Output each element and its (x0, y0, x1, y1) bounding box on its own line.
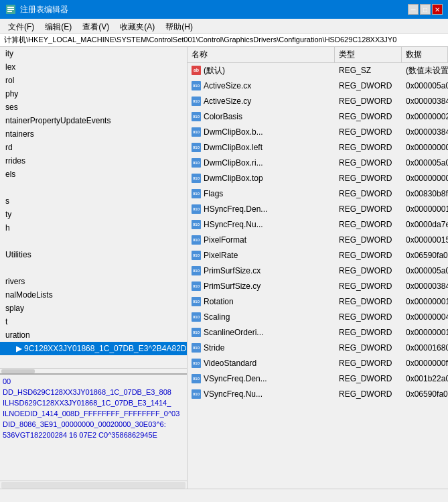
table-row[interactable]: 010RotationREG_DWORD0x00000001 (1) (188, 294, 448, 310)
table-row[interactable]: 010PixelRateREG_DWORD0x06590fa0 (1065000… (188, 248, 448, 263)
row-data: 0x00000000 (0) (402, 140, 448, 155)
left-side: itylexrolphysesntainerPropertyUpdateEven… (0, 47, 188, 489)
table-row[interactable]: 010DwmClipBox.b...REG_DWORD0x00000384 (9… (188, 125, 448, 140)
table-row[interactable]: 010FlagsREG_DWORD0x00830b8f (8588175) (188, 186, 448, 202)
row-name: DwmClipBox.b... (204, 126, 263, 138)
table-row[interactable]: 010PrimSurfSize.cxREG_DWORD0x000005a0 (1… (188, 263, 448, 279)
table-row[interactable]: 010HSyncFreq.Nu...REG_DWORD0x0000da7e (5… (188, 217, 448, 233)
tree-item[interactable]: ses (0, 101, 187, 114)
bottom-text-line[interactable]: DID_8086_3E91_00000000_00020000_30E03^6: (3, 419, 184, 430)
tree-item[interactable]: ntainerPropertyUpdateEvents (0, 114, 187, 127)
tree-item[interactable]: uration (0, 328, 187, 342)
row-name: PixelFormat (204, 234, 246, 246)
menu-view[interactable]: 查看(V) (77, 20, 115, 32)
title-bar: 注册表编辑器 ─ □ ✕ (0, 0, 448, 19)
tree-item[interactable] (0, 261, 187, 275)
row-name: (默认) (204, 64, 225, 76)
row-type: REG_DWORD (335, 340, 402, 355)
row-type: REG_DWORD (335, 125, 402, 139)
left-hscroll[interactable] (0, 368, 187, 373)
tree-item[interactable] (0, 235, 187, 248)
row-type: REG_DWORD (335, 94, 402, 109)
menu-favorites[interactable]: 收藏夹(A) (115, 20, 160, 32)
table-row[interactable]: 010ActiveSize.cyREG_DWORD0x00000384 (900… (188, 94, 448, 109)
table-row[interactable]: 010ScanlineOrderi...REG_DWORD0x00000001 … (188, 325, 448, 340)
dword-icon: 010 (192, 266, 201, 275)
row-data: 0x00000384 (900) (402, 94, 448, 109)
table-row[interactable]: 010DwmClipBox.leftREG_DWORD0x00000000 (0… (188, 140, 448, 155)
bottom-text-line[interactable]: ILHSD629C128XX3JY01868_1C_07DB_E3_1414_ (3, 397, 184, 408)
row-type: REG_DWORD (335, 248, 402, 263)
table-row[interactable]: 010ScalingREG_DWORD0x00000004 (4) (188, 310, 448, 325)
minimize-button[interactable]: ─ (408, 4, 419, 15)
bottom-text-line[interactable]: 536VGT182200284 16 07E2 C0^3586862945E (3, 430, 184, 440)
row-data: 0x00000001 (1) (402, 325, 448, 340)
row-name: Stride (204, 342, 224, 354)
tree-item[interactable]: rrides (0, 154, 187, 168)
table-row[interactable]: 010DwmClipBox.ri...REG_DWORD0x000005a0 (… (188, 155, 448, 171)
dword-icon: 010 (192, 158, 201, 168)
row-name: VideoStandard (204, 357, 256, 369)
table-row[interactable]: ab(默认)REG_SZ(数值未设置) (188, 63, 448, 78)
row-data: 0x06590fa0 (10650000 (402, 387, 448, 401)
table-row[interactable]: 010PrimSurfSize.cyREG_DWORD0x00000384 (9… (188, 279, 448, 294)
table-row[interactable]: 010VSyncFreq.Nu...REG_DWORD0x06590fa0 (1… (188, 387, 448, 402)
dword-icon: 010 (192, 81, 201, 90)
row-data: 0x000005a0 (1440) (402, 155, 448, 170)
tree-item[interactable]: h (0, 221, 187, 235)
table-row[interactable]: 010ColorBasisREG_DWORD0x00000002 (2) (188, 109, 448, 125)
tree-item[interactable]: ▶9C128XX3JY01868_1C_07DB_E3^2B4A82DBF (0, 342, 187, 355)
tree-item[interactable]: nalModeLists (0, 288, 187, 302)
table-row[interactable]: 010DwmClipBox.topREG_DWORD0x00000000 (0) (188, 171, 448, 186)
table-body: ab(默认)REG_SZ(数值未设置)010ActiveSize.cxREG_D… (188, 63, 448, 489)
tree-item[interactable]: phy (0, 87, 187, 101)
right-side: 名称 类型 数据 ab(默认)REG_SZ(数值未设置)010ActiveSiz… (188, 47, 448, 489)
table-row[interactable]: 010VideoStandardREG_DWORD0x0000000ff (25… (188, 356, 448, 371)
table-row[interactable]: 010VSyncFreq.Den...REG_DWORD0x001b22a0 (… (188, 371, 448, 387)
menu-file[interactable]: 文件(F) (3, 20, 40, 32)
tree-item[interactable]: ty (0, 208, 187, 221)
tree-item[interactable]: els (0, 168, 187, 181)
tree-item[interactable]: rd (0, 141, 187, 154)
row-data: 0x00000002 (2) (402, 109, 448, 124)
row-data: 0x00000384 (900) (402, 125, 448, 139)
address-text: 计算机\HKEY_LOCAL_MACHINE\SYSTEM\ControlSet… (4, 36, 396, 44)
tree-item[interactable]: s (0, 194, 187, 208)
bottom-text-line[interactable]: ILNOEDID_1414_008D_FFFFFFFF_FFFFFFFF_0^0… (3, 408, 184, 419)
menu-help[interactable]: 帮助(H) (160, 20, 198, 32)
tree-panel: itylexrolphysesntainerPropertyUpdateEven… (0, 47, 187, 368)
address-bar: 计算机\HKEY_LOCAL_MACHINE\SYSTEM\ControlSet… (0, 34, 448, 47)
table-row[interactable]: 010StrideREG_DWORD0x00001680 (5760) (188, 340, 448, 356)
tree-item[interactable]: rivers (0, 275, 187, 288)
maximize-button[interactable]: □ (420, 4, 431, 15)
regedit-icon (5, 4, 16, 15)
tree-item[interactable]: ity (0, 47, 187, 60)
tree-item[interactable]: splay (0, 302, 187, 315)
dword-icon: 010 (192, 235, 201, 245)
tree-item[interactable]: rol (0, 74, 187, 87)
dword-icon: 010 (192, 127, 201, 137)
row-data: 0x00001680 (5760) (402, 340, 448, 355)
row-type: REG_DWORD (335, 356, 402, 371)
row-data: 0x000005a0 (1440) (402, 263, 448, 278)
row-name: Scaling (204, 311, 230, 323)
row-name: ScanlineOrderi... (204, 326, 263, 338)
left-bottom-hscroll[interactable] (0, 481, 187, 489)
close-button[interactable]: ✕ (432, 4, 443, 15)
row-name: PrimSurfSize.cy (204, 280, 260, 292)
tree-item[interactable]: lex (0, 60, 187, 74)
table-row[interactable]: 010HSyncFreq.Den...REG_DWORD0x00000001 (… (188, 202, 448, 217)
tree-item[interactable]: ntainers (0, 127, 187, 141)
table-header: 名称 类型 数据 (188, 47, 448, 63)
row-type: REG_DWORD (335, 109, 402, 124)
menu-edit[interactable]: 编辑(E) (40, 20, 77, 32)
tree-item[interactable] (0, 181, 187, 194)
tree-item[interactable]: t (0, 315, 187, 328)
title-text: 注册表编辑器 (20, 4, 404, 15)
tree-item[interactable]: Utilities (0, 248, 187, 261)
table-row[interactable]: 010ActiveSize.cxREG_DWORD0x000005a0 (144… (188, 78, 448, 94)
bottom-text-line[interactable]: 00 (3, 376, 184, 387)
bottom-text-line[interactable]: DD_HSD629C128XX3JY01868_1C_07DB_E3_808 (3, 387, 184, 397)
table-row[interactable]: 010PixelFormatREG_DWORD0x00000015 (21) (188, 233, 448, 248)
dword-icon: 010 (192, 359, 201, 368)
